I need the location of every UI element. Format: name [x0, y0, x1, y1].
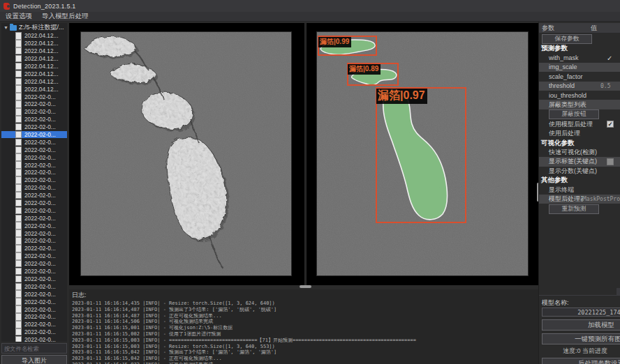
file-icon: [15, 321, 22, 328]
param-button[interactable]: 屏蔽按钮: [549, 109, 599, 119]
tree-item-label: 2022-02-0...: [24, 162, 56, 169]
param-button[interactable]: 保存参数: [542, 34, 592, 44]
tree-item[interactable]: 2022.04.12...: [1, 85, 67, 93]
tree-item[interactable]: 2022-02-0...: [1, 153, 67, 161]
tree-item[interactable]: 2022-02-0...: [1, 184, 67, 192]
tree-item[interactable]: 2022-02-0...: [1, 245, 67, 252]
file-icon: [15, 93, 22, 100]
tree-item[interactable]: 2022.04.12...: [1, 77, 67, 85]
tree-item[interactable]: 2022-02-0...: [1, 146, 67, 153]
file-icon: [15, 290, 22, 298]
file-icon: [15, 207, 22, 215]
tree-item[interactable]: 2022.04.12...: [1, 40, 67, 47]
file-icon: [15, 252, 22, 260]
tree-item[interactable]: 2022.04.12...: [1, 70, 67, 77]
tree-item-label: 2022-02-0...: [24, 291, 56, 298]
tree-item[interactable]: 2022-02-0...: [1, 169, 67, 176]
detection-box: [376, 87, 466, 223]
tree-item[interactable]: 2022-02-0...: [1, 313, 67, 321]
tree-item[interactable]: 2022-02-0...: [1, 237, 67, 245]
file-icon: [15, 100, 22, 108]
tree-item[interactable]: 2022-02-0...: [1, 222, 67, 229]
param-checkbox[interactable]: [607, 158, 614, 165]
param-label: 快速可视化(检测): [539, 148, 600, 157]
tree-item[interactable]: 2022-02-0...: [1, 123, 67, 131]
app-icon: [3, 3, 10, 10]
file-icon: [15, 336, 22, 342]
file-icon: [15, 184, 22, 192]
tree-item[interactable]: 2022.04.12...: [1, 63, 67, 70]
tree-item[interactable]: 2022-02-0...: [1, 206, 67, 214]
tree-item[interactable]: 2022-02-0...: [1, 108, 67, 116]
tree-item-label: 2022-02-0...: [24, 169, 56, 176]
tree-item[interactable]: 2022-02-0...: [1, 116, 67, 123]
file-icon: [15, 47, 22, 55]
tree-item[interactable]: 2022-02-0...: [1, 161, 67, 169]
tree-item[interactable]: 2022-02-0...: [1, 282, 67, 290]
tree-item-label: 2022-02-0...: [24, 321, 56, 328]
predict-all-button[interactable]: 一键预测所有图片: [542, 333, 620, 344]
load-model-button[interactable]: 加载模型: [542, 319, 620, 331]
original-image: [80, 31, 292, 276]
param-row: 模型后处理器MaskPostPro: [539, 195, 620, 204]
params-header-value: 值: [591, 24, 597, 33]
tree-item[interactable]: 2022-02-0...: [1, 229, 67, 237]
param-label: 使用后处理: [539, 129, 600, 138]
import-images-button[interactable]: 导入图片: [1, 355, 67, 364]
tree-item[interactable]: 2022-02-0...: [1, 252, 67, 260]
splitter-grip[interactable]: [300, 285, 311, 288]
tree-item[interactable]: 2022-02-0...: [1, 275, 67, 283]
tree-item[interactable]: 2022-02-0...: [1, 336, 67, 342]
tree-item[interactable]: 2022-02-0...: [1, 260, 67, 268]
log-line: 2023-01-11 16:16:15,042 |INFO| - 预测出了3个结…: [69, 349, 538, 356]
tree-item[interactable]: 2022-02-0...: [1, 214, 67, 222]
tree-item[interactable]: 2022-02-0...: [1, 93, 67, 100]
param-label: threshold: [539, 82, 600, 89]
tree-item[interactable]: 2022-02-0...: [1, 305, 67, 313]
model-name-field[interactable]: 20221225_174813: [542, 308, 620, 317]
param-checkbox[interactable]: ✓: [607, 121, 614, 128]
tree-item[interactable]: 2022-02-0...: [1, 298, 67, 305]
tree-item[interactable]: 2022-02-0...: [1, 290, 67, 298]
tree-item[interactable]: 2022-02-0...: [1, 328, 67, 336]
param-row: 屏蔽类型列表: [539, 100, 620, 109]
tree-item[interactable]: 2022-02-0...: [1, 100, 67, 108]
search-input[interactable]: [1, 343, 67, 354]
file-icon: [15, 153, 22, 161]
tree-item[interactable]: 2022-02-0...: [1, 268, 67, 275]
tree-item[interactable]: 2022-02-0...: [1, 138, 67, 146]
tree-item[interactable]: 2022-02-0...: [1, 131, 67, 139]
file-icon: [15, 123, 22, 131]
tree-item[interactable]: 2022-02-0...: [1, 199, 67, 207]
param-button[interactable]: 重新预测: [549, 204, 599, 214]
postprocess-settings-button[interactable]: 后处理参数设置: [542, 358, 620, 364]
tree-item-label: 2022.04.12...: [24, 70, 58, 77]
log-line: 2023-01-11 16:16:15,003 |INFO| - Resize:…: [69, 344, 538, 350]
menu-import-postprocess[interactable]: 导入模型后处理: [42, 12, 89, 21]
log-area[interactable]: 日志: 2023-01-11 16:16:14,435 |INFO| - Res…: [69, 289, 538, 364]
param-row: threshold0.5: [539, 82, 620, 91]
tree-item[interactable]: 2022.04.12...: [1, 32, 67, 40]
tree-item[interactable]: 2022.04.12...: [1, 55, 67, 63]
file-icon: [15, 237, 22, 245]
menu-settings[interactable]: 设置选项: [6, 12, 32, 21]
tree-item[interactable]: 2022.04.12...: [1, 47, 67, 55]
tree-item-label: 2022.04.12...: [24, 55, 58, 62]
param-label: scale_factor: [539, 73, 600, 80]
param-value: MaskPostPro: [583, 196, 620, 202]
tree-root-node[interactable]: ▼ Z:/5-标注数据/...: [1, 23, 67, 32]
file-icon: [15, 245, 22, 252]
tree-item-label: 2022.04.12...: [24, 63, 58, 70]
tree-item[interactable]: 2022-02-0...: [1, 176, 67, 184]
chevron-down-icon[interactable]: ▼: [3, 25, 8, 30]
tree-item-label: 2022-02-0...: [24, 313, 56, 320]
tree-item-label: 2022-02-0...: [24, 230, 56, 237]
param-button-row: 屏蔽按钮: [539, 109, 620, 120]
panel-divider[interactable]: [305, 23, 306, 285]
tree-item[interactable]: 2022-02-0...: [1, 321, 67, 328]
param-label: 模型后处理器: [539, 195, 583, 204]
param-button-row: 重新预测: [539, 204, 620, 214]
log-lines: 2023-01-11 16:16:14,435 |INFO| - Resize:…: [69, 301, 538, 364]
tree-item[interactable]: 2022-02-0...: [1, 192, 67, 199]
tree-item-label: 2022.04.12...: [24, 40, 58, 47]
